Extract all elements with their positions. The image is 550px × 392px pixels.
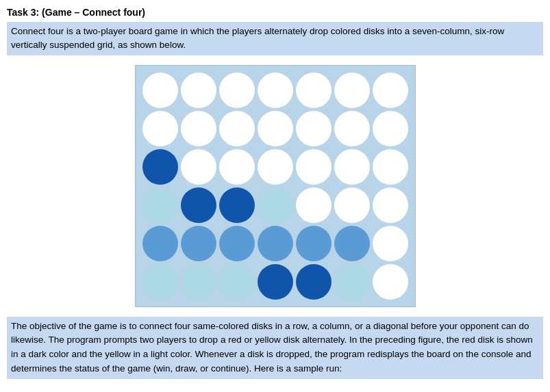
board-cell <box>181 149 216 185</box>
board-cell <box>373 226 408 261</box>
board-cell <box>219 73 255 108</box>
board-cell <box>181 264 216 300</box>
board-cell <box>142 111 178 146</box>
board-cell <box>142 226 178 261</box>
board-cell <box>219 226 255 261</box>
board-cell <box>142 264 178 300</box>
board-cell <box>296 226 332 261</box>
description-top: Connect four is a two-player board game … <box>7 22 543 55</box>
board-cell <box>181 73 216 108</box>
board-cell <box>181 111 216 146</box>
header-title: Task 3: (Game – Connect four) <box>7 7 145 18</box>
board-cell <box>142 73 178 108</box>
board-cell <box>334 187 370 223</box>
board-cell <box>373 187 408 223</box>
board-cell <box>373 149 408 185</box>
board-cell <box>142 187 178 223</box>
board-cell <box>296 73 332 108</box>
board-cell <box>219 187 255 223</box>
board-cell <box>219 149 255 185</box>
board-cell <box>258 111 293 146</box>
board-cell <box>258 226 293 261</box>
board-cell <box>373 111 408 146</box>
board-cell <box>258 187 293 223</box>
board-cell <box>181 187 216 223</box>
board-cell <box>334 264 370 300</box>
board-cell <box>373 73 408 108</box>
board-cell <box>258 264 293 300</box>
connect-four-board <box>135 65 416 307</box>
board-cell <box>373 264 408 300</box>
board-cell <box>181 226 216 261</box>
board-cell <box>334 149 370 185</box>
board-cell <box>142 149 178 185</box>
board-cell <box>296 264 332 300</box>
board-cell <box>219 111 255 146</box>
board-cell <box>296 111 332 146</box>
board-cell <box>219 264 255 300</box>
description-bottom: The objective of the game is to connect … <box>7 317 543 380</box>
board-container <box>7 65 543 307</box>
board-cell <box>334 73 370 108</box>
task-header: Task 3: (Game – Connect four) <box>7 7 543 18</box>
board-cell <box>296 149 332 185</box>
board-cell <box>334 226 370 261</box>
board-cell <box>296 187 332 223</box>
board-cell <box>258 149 293 185</box>
board-cell <box>258 73 293 108</box>
board-cell <box>334 111 370 146</box>
